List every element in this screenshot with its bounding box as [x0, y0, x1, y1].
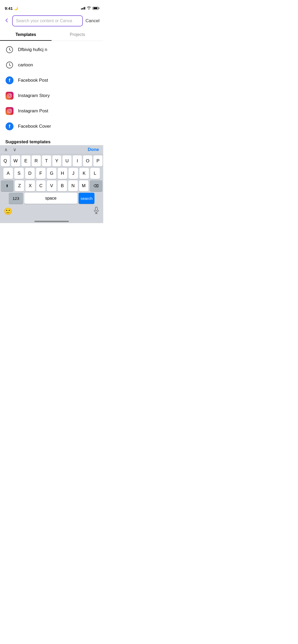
suggestion-text: Dfbivig huficj n: [18, 47, 47, 52]
home-bar: [34, 221, 69, 222]
key-n[interactable]: N: [68, 180, 78, 191]
space-key[interactable]: space: [24, 193, 77, 204]
status-time: 9:41 🌙: [5, 6, 18, 11]
key-s[interactable]: S: [14, 168, 24, 179]
list-item[interactable]: cartoon: [0, 57, 103, 73]
svg-rect-8: [95, 207, 97, 211]
search-input-wrapper[interactable]: [12, 15, 83, 26]
keyboard: ∧ ∨ Done Q W E R T Y U I O P A S D F G H…: [0, 145, 103, 223]
key-w[interactable]: W: [11, 155, 20, 167]
key-q[interactable]: Q: [1, 155, 10, 167]
tab-projects[interactable]: Projects: [52, 29, 103, 41]
tabs-row: Templates Projects: [0, 29, 103, 41]
key-row-2: A S D F G H J K L: [1, 168, 102, 179]
bottom-toolbar: 🙂: [0, 206, 103, 217]
key-p[interactable]: P: [93, 155, 102, 167]
keyboard-nav: ∧ ∨ Done: [0, 145, 103, 154]
key-row-4: 123 space search: [1, 193, 102, 204]
suggestion-text: Facebook Cover: [18, 124, 51, 129]
list-item[interactable]: Dfbivig huficj n: [0, 42, 103, 57]
shift-key[interactable]: ⬆: [1, 180, 13, 191]
key-row-1: Q W E R T Y U I O P: [1, 155, 102, 167]
facebook-icon: f: [5, 122, 14, 131]
key-j[interactable]: J: [69, 168, 78, 179]
status-icons: [81, 6, 99, 10]
key-x[interactable]: X: [25, 180, 35, 191]
svg-point-3: [9, 95, 11, 97]
key-e[interactable]: E: [21, 155, 30, 167]
suggestion-text: Instagram Story: [18, 93, 50, 98]
key-f[interactable]: F: [36, 168, 46, 179]
instagram-icon: [5, 107, 14, 115]
time-label: 9:41: [5, 6, 13, 11]
svg-point-4: [11, 94, 11, 95]
key-y[interactable]: Y: [52, 155, 61, 167]
tab-templates[interactable]: Templates: [0, 29, 52, 41]
facebook-icon: f: [5, 76, 14, 85]
key-t[interactable]: T: [42, 155, 51, 167]
suggestion-text: Facebook Post: [18, 78, 48, 83]
key-b[interactable]: B: [58, 180, 67, 191]
key-c[interactable]: C: [36, 180, 46, 191]
emoji-button[interactable]: 🙂: [4, 207, 12, 215]
clock-icon: [5, 45, 14, 54]
search-key[interactable]: search: [79, 193, 94, 204]
suggestion-text: cartoon: [18, 62, 33, 68]
clock-icon: [5, 61, 14, 69]
wifi-icon: [87, 6, 91, 10]
key-d[interactable]: D: [25, 168, 35, 179]
status-bar: 9:41 🌙: [0, 0, 103, 13]
key-r[interactable]: R: [32, 155, 41, 167]
cancel-button[interactable]: Cancel: [85, 18, 100, 24]
list-item[interactable]: Instagram Story: [0, 88, 103, 103]
nav-down-arrow[interactable]: ∨: [13, 147, 16, 153]
key-u[interactable]: U: [62, 155, 71, 167]
key-v[interactable]: V: [47, 180, 56, 191]
microphone-button[interactable]: [93, 207, 100, 216]
list-item[interactable]: f Facebook Cover: [0, 119, 103, 134]
suggestion-text: Instagram Post: [18, 108, 48, 114]
tab-projects-label: Projects: [70, 32, 85, 37]
signal-icon: [81, 7, 85, 10]
key-g[interactable]: G: [47, 168, 56, 179]
delete-key[interactable]: ⌫: [90, 180, 102, 191]
nav-arrows: ∧ ∨: [4, 147, 16, 153]
tab-templates-label: Templates: [16, 32, 36, 37]
instagram-icon: [5, 91, 14, 100]
key-row-3: ⬆ Z X C V B N M ⌫: [1, 180, 102, 191]
suggestions-list: Dfbivig huficj n cartoon f Facebook Post: [0, 41, 103, 135]
list-item[interactable]: f Facebook Post: [0, 73, 103, 88]
key-o[interactable]: O: [83, 155, 92, 167]
list-item[interactable]: Instagram Post: [0, 103, 103, 119]
home-indicator: [0, 217, 103, 223]
battery-icon: [93, 7, 98, 10]
key-k[interactable]: K: [79, 168, 89, 179]
key-m[interactable]: M: [79, 180, 88, 191]
suggested-templates-title: Suggested templates: [5, 139, 98, 145]
key-i[interactable]: I: [73, 155, 82, 167]
svg-point-7: [11, 110, 11, 110]
key-h[interactable]: H: [58, 168, 67, 179]
nav-up-arrow[interactable]: ∧: [4, 147, 8, 153]
svg-point-6: [9, 110, 11, 112]
search-input[interactable]: [16, 19, 79, 23]
numbers-key[interactable]: 123: [9, 193, 23, 204]
search-row: Cancel: [0, 13, 103, 29]
done-button[interactable]: Done: [88, 147, 99, 152]
key-a[interactable]: A: [3, 168, 13, 179]
key-l[interactable]: L: [90, 168, 100, 179]
moon-icon: 🌙: [14, 6, 18, 10]
keyboard-keys: Q W E R T Y U I O P A S D F G H J K L ⬆ …: [0, 154, 103, 206]
key-z[interactable]: Z: [15, 180, 24, 191]
back-button[interactable]: [4, 17, 10, 25]
